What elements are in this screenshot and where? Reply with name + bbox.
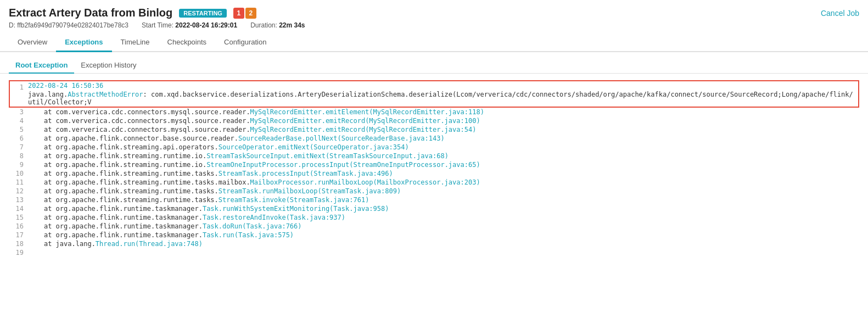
table-row: 10 at org.apache.flink.streaming.runtime… — [9, 169, 859, 178]
table-row: 9 at org.apache.flink.streaming.runtime.… — [9, 160, 859, 169]
table-row: 16 at org.apache.flink.runtime.taskmanag… — [9, 222, 859, 231]
tab-overview[interactable]: Overview — [9, 34, 56, 52]
table-row: 19 — [9, 248, 859, 257]
duration: Duration: 22m 34s — [250, 21, 305, 29]
table-row: 12022-08-24 16:50:36 — [9, 81, 859, 90]
table-row: 13 at org.apache.flink.streaming.runtime… — [9, 196, 859, 204]
start-time: Start Time: 2022-08-24 16:29:01 — [142, 21, 237, 29]
meta-bar: D: ffb2fa6949d790794e02824017be78c3 Star… — [0, 19, 868, 34]
table-row: 14 at org.apache.flink.runtime.taskmanag… — [9, 204, 859, 213]
tab-checkpoints[interactable]: Checkpoints — [159, 34, 216, 52]
table-row: 11 at org.apache.flink.streaming.runtime… — [9, 178, 859, 187]
table-row: 7 at org.apache.flink.streaming.api.oper… — [9, 143, 859, 152]
tab-timeline[interactable]: TimeLine — [112, 34, 159, 52]
page-title: Extract Artery Data from Binlog — [9, 7, 172, 19]
table-row: 12 at org.apache.flink.streaming.runtime… — [9, 187, 859, 196]
badge-warning-count: 2 — [245, 8, 256, 19]
exception-container: 12022-08-24 16:50:36java.lang.AbstractMe… — [0, 74, 868, 264]
table-row: 5 at com.ververica.cdc.connectors.mysql.… — [9, 125, 859, 134]
table-row: 6 at org.apache.flink.connector.base.sou… — [9, 134, 859, 143]
table-row: 4 at com.ververica.cdc.connectors.mysql.… — [9, 116, 859, 125]
status-badge: RESTARTING — [179, 9, 227, 18]
table-row: 15 at org.apache.flink.runtime.taskmanag… — [9, 213, 859, 222]
nav-tabs: Overview Exceptions TimeLine Checkpoints… — [0, 34, 868, 52]
badge-error-count: 1 — [233, 8, 244, 19]
job-id: D: ffb2fa6949d790794e02824017be78c3 — [9, 21, 128, 29]
cancel-job-button[interactable]: Cancel Job — [821, 9, 859, 18]
table-row: java.lang.AbstractMethodError: com.xqd.b… — [9, 90, 859, 107]
badge-group: 1 2 — [233, 8, 256, 19]
sub-tab-exception-history[interactable]: Exception History — [74, 58, 143, 74]
sub-tabs: Root Exception Exception History — [0, 52, 868, 74]
tab-exceptions[interactable]: Exceptions — [56, 34, 111, 52]
sub-tab-root-exception[interactable]: Root Exception — [9, 58, 74, 74]
table-row: 17 at org.apache.flink.runtime.taskmanag… — [9, 231, 859, 239]
exception-table: 12022-08-24 16:50:36java.lang.AbstractMe… — [9, 80, 859, 257]
table-row: 8 at org.apache.flink.streaming.runtime.… — [9, 152, 859, 160]
table-row: 3 at com.ververica.cdc.connectors.mysql.… — [9, 107, 859, 116]
table-row: 18 at java.lang.Thread.run(Thread.java:7… — [9, 239, 859, 248]
tab-configuration[interactable]: Configuration — [215, 34, 275, 52]
